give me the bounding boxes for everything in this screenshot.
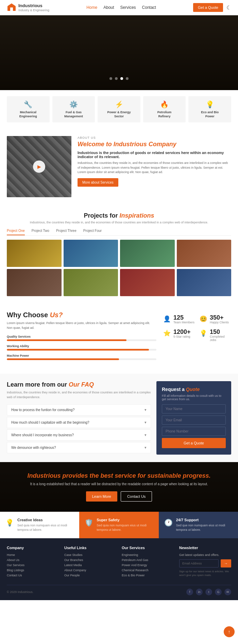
progress-working-fill: [7, 349, 149, 351]
project-grid: [7, 240, 231, 296]
project-item-8[interactable]: [177, 269, 232, 296]
footer-link-blog[interactable]: Blog Listings: [7, 569, 59, 572]
social-google[interactable]: G: [215, 589, 222, 595]
hero-dot-2[interactable]: [115, 77, 118, 80]
feature-creative-title: Creative Ideas: [17, 518, 74, 522]
projects-title-italic: Inspirations: [120, 212, 154, 219]
stat-rating: ⭐ 1200+ 5-Star rating: [163, 329, 195, 342]
social-twitter[interactable]: t: [205, 589, 212, 595]
service-petrolium[interactable]: 🔥 PetroliumRefinery: [143, 96, 186, 122]
feature-safety-text: Sed quia non numquam eius ut modi tempor…: [97, 523, 153, 532]
footer-link-engineering[interactable]: Engineering: [122, 553, 174, 557]
footer-social: f in t G ✉: [186, 589, 231, 595]
footer-link-home[interactable]: Home: [7, 553, 59, 557]
contact-us-button[interactable]: Contact Us: [121, 491, 152, 502]
footer-services: Our Services Engineering Petroleum And G…: [122, 546, 174, 579]
newsletter-email-input[interactable]: [179, 559, 219, 567]
projects-title: Projects for Inspirations: [7, 212, 231, 219]
service-mechanical[interactable]: 🔧 MechanicalEngineering: [7, 96, 50, 122]
quote-submit-button[interactable]: Get a Quote: [162, 438, 226, 448]
about-body: Industrious, the countries they reside i…: [78, 161, 231, 175]
social-email[interactable]: ✉: [224, 589, 231, 595]
newsletter-submit-button[interactable]: →: [221, 559, 231, 567]
tab-project-one[interactable]: Project One: [7, 229, 25, 235]
stat-clients: 😊 350+ Happy Clients: [200, 315, 231, 324]
footer-link-petroleum[interactable]: Petroleum And Gas: [122, 558, 174, 562]
project-item-4[interactable]: [177, 240, 232, 267]
footer-link-branches[interactable]: Our Branches: [64, 558, 116, 562]
learn-more-button[interactable]: Learn More: [86, 491, 117, 502]
newsletter-subtitle: Get latest updates and offers.: [179, 553, 231, 557]
project-item-3[interactable]: [120, 240, 175, 267]
logo[interactable]: Industrious Industry & Engineering: [7, 3, 49, 12]
tab-project-four[interactable]: Project Four: [83, 229, 102, 235]
footer-copyright: © 2029 Industrious.: [7, 590, 33, 594]
service-power[interactable]: ⚡ Power & EnergySector: [98, 96, 140, 122]
get-quote-button[interactable]: Get a Quote: [193, 3, 223, 12]
rating-icon: ⭐: [163, 329, 171, 337]
about-image: ▶: [7, 136, 71, 197]
footer-link-chemical[interactable]: Chemical Research: [122, 569, 174, 572]
faq-subtitle: Industrious, the countries they reside i…: [7, 390, 151, 400]
nav-services[interactable]: Services: [120, 5, 136, 10]
cta-brand: Industrious: [27, 472, 62, 479]
faq-title: Learn more from our Our FAQ: [7, 381, 151, 388]
why-title: Why Choose Us?: [7, 311, 156, 319]
feature-support-text: Sed que non numquam eius ut modi tempora…: [176, 523, 233, 532]
footer-links: Useful Links Case Studies Our Branches L…: [64, 546, 116, 579]
newsletter-note: Sign up for our latest news & articles. …: [179, 570, 231, 577]
footer-link-company[interactable]: About Company: [64, 569, 116, 572]
faq-item-2[interactable]: How much should I capitalize with at the…: [7, 417, 151, 428]
play-button[interactable]: ▶: [33, 160, 45, 173]
footer-link-media[interactable]: Latest Media: [64, 563, 116, 567]
clients-icon: 😊: [200, 315, 207, 323]
why-title-italic: Us?: [50, 311, 63, 319]
stat-jobs: 💡 150 Completed Jobs: [200, 329, 231, 342]
social-facebook[interactable]: f: [186, 589, 193, 595]
tab-project-two[interactable]: Project Two: [32, 229, 49, 235]
eco-label: Eco and BioPower: [201, 111, 219, 118]
cta-buttons: Learn More Contact Us: [7, 491, 231, 502]
footer-newsletter: Newsletter Get latest updates and offers…: [179, 546, 231, 579]
hero-dot-1[interactable]: [109, 77, 112, 80]
service-fuel[interactable]: ⚙️ Fuel & GasManagement: [52, 96, 95, 122]
social-linkedin[interactable]: in: [196, 589, 203, 595]
progress-working-bar: [7, 349, 156, 351]
footer-link-cases[interactable]: Case Studies: [64, 553, 116, 557]
nav-about[interactable]: About: [103, 5, 114, 10]
faq-item-3[interactable]: Where should I incorporate my business? …: [7, 429, 151, 441]
hero-dot-4[interactable]: [126, 77, 129, 80]
nav-home[interactable]: Home: [86, 5, 97, 10]
project-item-7[interactable]: [120, 269, 175, 296]
more-services-button[interactable]: More about Services: [78, 178, 118, 187]
stat-team-label: Team Members: [173, 321, 194, 324]
service-eco[interactable]: 💡 Eco and BioPower: [188, 96, 231, 122]
footer-link-eco[interactable]: Eco & Bio Power: [122, 574, 174, 577]
project-item-6[interactable]: [64, 269, 118, 296]
nav-contact[interactable]: Contact: [142, 5, 156, 10]
tab-project-three[interactable]: Project Three: [56, 229, 76, 235]
footer-newsletter-title: Newsletter: [179, 546, 231, 550]
quote-email-input[interactable]: [162, 416, 226, 425]
safety-icon: 🛡️: [85, 519, 93, 527]
faq-item-4[interactable]: We denounce with righteous? ▾: [7, 442, 151, 453]
services-strip: 🔧 MechanicalEngineering ⚙️ Fuel & GasMan…: [0, 90, 238, 129]
footer-link-about[interactable]: About Us: [7, 558, 59, 562]
footer-link-people[interactable]: Our People: [64, 574, 116, 577]
quote-phone-input[interactable]: [162, 427, 226, 436]
footer-link-powerenergy[interactable]: Power And Energy: [122, 563, 174, 567]
svg-marker-1: [7, 3, 16, 6]
faq-item-1[interactable]: How to process the funtion for consultin…: [7, 404, 151, 416]
footer-link-contact[interactable]: Contact Us: [7, 574, 59, 577]
faq-title-italic: Our FAQ: [69, 381, 94, 388]
project-item-2[interactable]: [64, 240, 118, 267]
moon-icon[interactable]: ☾: [226, 4, 231, 11]
footer-link-services[interactable]: Our Services: [7, 563, 59, 567]
project-item-1[interactable]: [7, 240, 62, 267]
feature-support-title: 24/7 Support: [176, 518, 233, 522]
hero-dot-3[interactable]: [120, 77, 123, 80]
quote-name-input[interactable]: [162, 404, 226, 413]
quote-title-italic: Quote: [186, 387, 200, 392]
project-item-5[interactable]: [7, 269, 62, 296]
newsletter-form: →: [179, 559, 231, 567]
